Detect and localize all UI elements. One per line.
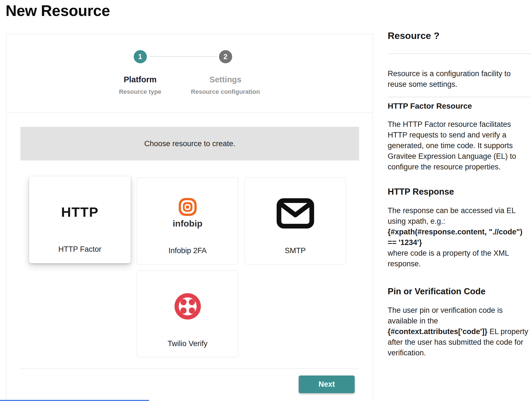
stepper: 1 Platform Resource type 2 Settings Reso… — [6, 34, 373, 113]
twilio-logo — [137, 285, 238, 327]
step-1-badge: 1 — [134, 50, 147, 63]
resource-card-infobip-2fa[interactable]: infobip Infobip 2FA — [137, 178, 238, 264]
help-intro: Resource is a configuration facility to … — [388, 68, 531, 90]
help-divider — [388, 97, 531, 97]
resource-card-grid: HTTP HTTP Factor infobip Infobip 2FA — [29, 178, 359, 357]
page-title: New Resource — [6, 2, 110, 20]
bottom-blue-line — [0, 400, 149, 401]
response-intro: The response can be accessed via EL usin… — [388, 206, 515, 225]
help-sidebar: Resource ? Resource is a configuration f… — [388, 30, 531, 358]
help-heading-http-response: HTTP Response — [388, 187, 531, 197]
help-divider — [388, 53, 531, 54]
help-pin-body: The user pin or verification code is ava… — [388, 305, 531, 358]
step-2-sublabel: Resource configuration — [181, 88, 270, 95]
help-heading-http-factor: HTTP Factor Resource — [388, 102, 531, 111]
help-http-factor-body: The HTTP Factor resource facilitates HTT… — [388, 119, 531, 172]
help-http-response-body: The response can be accessed via EL usin… — [388, 205, 531, 269]
step-2-label: Settings — [181, 75, 270, 84]
step-1-label: Platform — [95, 75, 185, 84]
pin-intro: The user pin or verification code is ava… — [388, 306, 503, 325]
resource-card-label: HTTP Factor — [58, 245, 101, 254]
infobip-target-icon — [179, 198, 197, 216]
envelope-icon — [245, 192, 346, 234]
resource-card-label: Infobip 2FA — [168, 246, 207, 255]
twilio-ring-icon — [175, 293, 201, 320]
new-resource-panel: 1 Platform Resource type 2 Settings Reso… — [6, 34, 373, 401]
step-1-sublabel: Resource type — [95, 88, 185, 95]
help-heading-pin: Pin or Verification Code — [388, 286, 531, 297]
infobip-logo: infobip — [137, 192, 238, 234]
http-wordmark: HTTP — [61, 204, 99, 220]
resource-card-http-factor[interactable]: HTTP HTTP Factor — [29, 176, 131, 263]
next-button[interactable]: Next — [299, 376, 355, 393]
help-title: Resource ? — [388, 30, 531, 41]
resource-card-smtp[interactable]: SMTP — [244, 178, 346, 264]
stepper-step-settings[interactable]: 2 Settings Resource configuration — [181, 50, 270, 95]
response-el-code: {#xpath(#response.content, ".//code") ==… — [388, 228, 522, 247]
response-outro: where code is a property of the XML resp… — [388, 249, 509, 268]
resource-card-label: SMTP — [285, 246, 306, 255]
stepper-step-platform[interactable]: 1 Platform Resource type — [95, 50, 185, 95]
infobip-wordmark: infobip — [173, 218, 203, 229]
step-2-badge: 2 — [219, 50, 232, 63]
choose-resource-banner: Choose resource to create. — [20, 127, 359, 160]
resource-card-label: Twilio Verify — [168, 339, 208, 348]
pin-el-code: {#context.attributes['code']} — [388, 327, 487, 336]
http-logo: HTTP — [29, 191, 131, 233]
resource-card-twilio-verify[interactable]: Twilio Verify — [137, 271, 238, 357]
